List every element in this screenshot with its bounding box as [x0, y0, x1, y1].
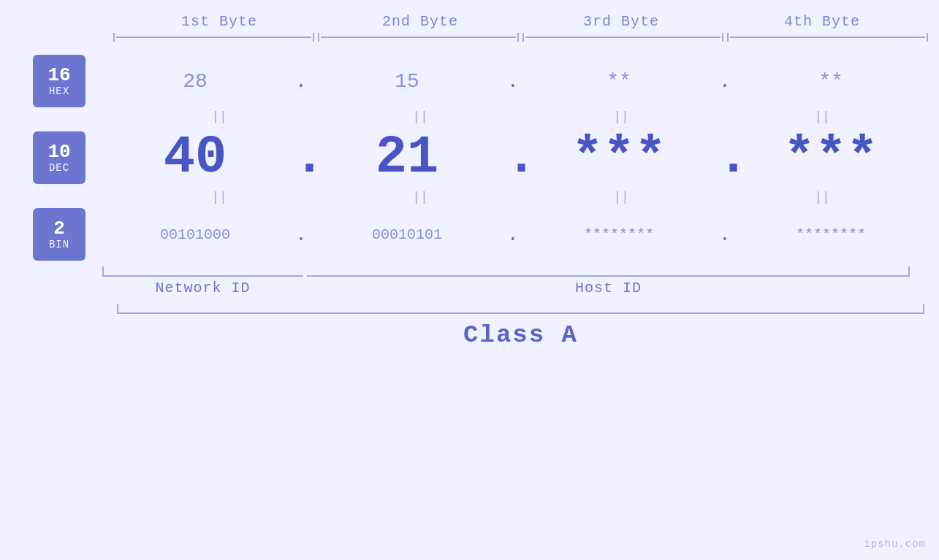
eq2: ||: [320, 109, 521, 125]
byte3-header: 3rd Byte: [521, 13, 722, 30]
host-bracket: [307, 266, 910, 277]
bin-dot3: .: [718, 223, 732, 246]
network-bracket: [102, 266, 303, 277]
dec-b2-value: 21: [308, 128, 506, 188]
dec-badge-label: DEC: [49, 162, 69, 174]
id-labels-row: Network ID Host ID: [0, 280, 939, 296]
dec-b2-cell: 21: [308, 128, 506, 188]
hex-b1-cell: 28: [96, 70, 294, 93]
hex-dot2: .: [506, 70, 520, 93]
eq4: ||: [722, 109, 923, 125]
dec-b3-value: ***: [520, 128, 718, 188]
eq3: ||: [521, 109, 722, 125]
bin-badge: 2 BIN: [33, 208, 85, 261]
hex-badge-number: 16: [47, 65, 70, 86]
bin-row: 2 BIN 00101000 . 00010101 . ******** . *…: [0, 208, 939, 261]
bin-b1-cell: 00101000: [96, 226, 294, 243]
hex-b3-value: **: [520, 70, 718, 93]
hex-b2-cell: 15: [308, 70, 506, 93]
host-id-label: Host ID: [307, 280, 910, 296]
eq-row-1: || || || ||: [0, 109, 939, 125]
eq1: ||: [119, 109, 320, 125]
bin-b3-value: ********: [520, 226, 718, 243]
eq5: ||: [119, 189, 320, 205]
dec-badge-number: 10: [47, 142, 70, 163]
dec-badge: 10 DEC: [33, 131, 85, 184]
dec-values: 40 . 21 . *** . ***: [96, 128, 939, 188]
bin-b3-cell: ********: [520, 226, 718, 243]
bin-b1-value: 00101000: [96, 226, 294, 243]
dec-dot3: .: [718, 128, 732, 188]
hex-row: 16 HEX 28 . 15 . ** . **: [0, 55, 939, 107]
hex-dot1: .: [294, 70, 308, 93]
dec-b4-value: ***: [732, 128, 930, 188]
byte1-header: 1st Byte: [119, 13, 320, 30]
hex-b4-cell: **: [732, 70, 930, 93]
hex-b1-value: 28: [96, 70, 294, 93]
bin-dot2: .: [506, 223, 520, 246]
hex-b2-value: 15: [308, 70, 506, 93]
dec-b4-cell: ***: [732, 128, 930, 188]
hex-b4-value: **: [732, 70, 930, 93]
byte4-header: 4th Byte: [722, 13, 923, 30]
eq6: ||: [320, 189, 521, 205]
bracket-1: [113, 33, 314, 42]
dec-b1-cell: 40: [96, 128, 294, 188]
bin-b2-value: 00010101: [308, 226, 506, 243]
eq-row-2: || || || ||: [0, 189, 939, 205]
class-label: Class A: [463, 321, 578, 349]
bracket-3: [522, 33, 723, 42]
byte-headers: 1st Byte 2nd Byte 3rd Byte 4th Byte: [0, 0, 939, 30]
bin-badge-label: BIN: [49, 239, 69, 250]
dec-b3-cell: ***: [520, 128, 718, 188]
eq8: ||: [722, 189, 923, 205]
hex-badge: 16 HEX: [33, 55, 85, 107]
bottom-bracket-area: [0, 266, 939, 277]
class-label-container: Class A: [0, 321, 939, 349]
hex-dot3: .: [718, 70, 732, 93]
dec-row: 10 DEC 40 . 21 . *** . ***: [0, 128, 939, 188]
bin-b4-value: ********: [732, 226, 930, 243]
bin-dot1: .: [294, 223, 308, 246]
watermark: ipshu.com: [864, 538, 926, 550]
bin-b4-cell: ********: [732, 226, 930, 243]
top-bracket-row: [0, 33, 939, 42]
network-id-label: Network ID: [102, 280, 303, 296]
bin-b2-cell: 00010101: [308, 226, 506, 243]
dec-dot2: .: [506, 128, 520, 188]
eq7: ||: [521, 189, 722, 205]
main-container: 1st Byte 2nd Byte 3rd Byte 4th Byte: [0, 0, 939, 560]
dec-dot1: .: [294, 128, 308, 188]
hex-badge-label: HEX: [49, 85, 69, 97]
bin-badge-number: 2: [53, 218, 65, 239]
full-bottom-bracket: [117, 304, 924, 314]
dec-b1-value: 40: [96, 128, 294, 188]
hex-values: 28 . 15 . ** . **: [96, 70, 939, 93]
bin-values: 00101000 . 00010101 . ******** . *******…: [96, 223, 939, 246]
bracket-4: [727, 33, 928, 42]
hex-b3-cell: **: [520, 70, 718, 93]
byte2-header: 2nd Byte: [320, 13, 521, 30]
bracket-2: [318, 33, 519, 42]
